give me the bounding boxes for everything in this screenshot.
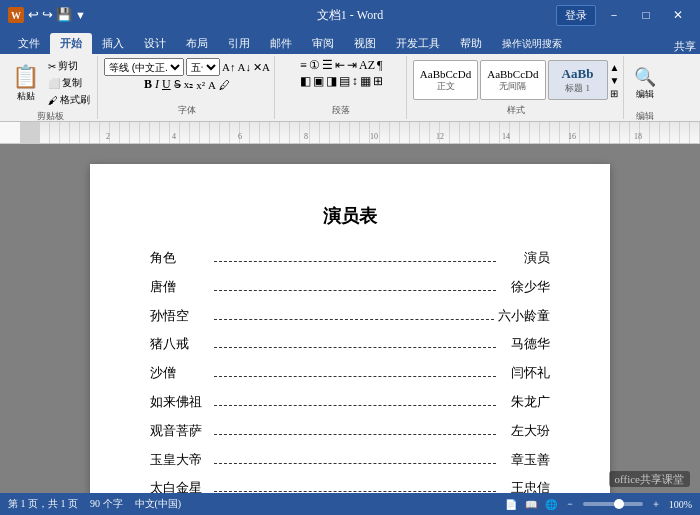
multilevel-list-button[interactable]: ☰ (322, 58, 333, 73)
copy-button[interactable]: ⬜复制 (45, 75, 93, 91)
style-no-spacing-label: 无间隔 (487, 80, 538, 93)
clear-format-button[interactable]: ✕A (253, 61, 270, 74)
tab-home[interactable]: 开始 (50, 33, 92, 54)
zoom-in-button[interactable]: ＋ (651, 497, 661, 511)
style-no-spacing[interactable]: AaBbCcDd 无间隔 (480, 60, 545, 100)
ribbon-group-paragraph: ≡ ① ☰ ⇤ ⇥ AZ ¶ ◧ ▣ ◨ ▤ ↕ ▦ ⊞ 段落 (277, 56, 407, 119)
justify-button[interactable]: ▤ (339, 74, 350, 89)
minimize-button[interactable]: － (600, 5, 628, 25)
font-family-select[interactable]: 等线 (中文正... (104, 58, 184, 76)
style-no-spacing-preview: AaBbCcDd (487, 68, 538, 80)
grow-font-button[interactable]: A↑ (222, 61, 235, 73)
italic-button[interactable]: I (155, 77, 159, 92)
tab-developer[interactable]: 开发工具 (386, 33, 450, 54)
paste-button[interactable]: 📋 (12, 64, 39, 90)
language-indicator: 中文(中国) (135, 497, 182, 511)
font-size-select[interactable]: 五号 (186, 58, 220, 76)
tab-help[interactable]: 帮助 (450, 33, 492, 54)
cast-header-row: 角色 演员 (150, 248, 550, 269)
style-normal-label: 正文 (420, 80, 471, 93)
tab-references[interactable]: 引用 (218, 33, 260, 54)
align-center-button[interactable]: ▣ (313, 74, 324, 89)
customize-icon[interactable]: ▼ (75, 9, 86, 21)
status-left: 第 1 页，共 1 页 90 个字 中文(中国) (8, 497, 181, 511)
tab-mailings[interactable]: 邮件 (260, 33, 302, 54)
line-spacing-button[interactable]: ↕ (352, 74, 358, 89)
borders-button[interactable]: ⊞ (373, 74, 383, 89)
tab-layout[interactable]: 布局 (176, 33, 218, 54)
style-normal-preview: AaBbCcDd (420, 68, 471, 80)
increase-indent-button[interactable]: ⇥ (347, 58, 357, 73)
title-bar-left: W ↩ ↪ 💾 ▼ (8, 7, 86, 23)
superscript-button[interactable]: x² (196, 79, 205, 91)
list-item: 太白金星 王忠信 (150, 478, 550, 493)
document-page[interactable]: 演员表 角色 演员 唐僧 徐少华 孙悟空 六小龄童 猪八戒 马德华 沙僧 闫怀礼 (90, 164, 610, 493)
tab-review[interactable]: 审阅 (302, 33, 344, 54)
view-mode-read[interactable]: 📖 (525, 499, 537, 510)
align-right-button[interactable]: ◨ (326, 74, 337, 89)
underline-button[interactable]: U (162, 77, 171, 92)
font-top-row: 等线 (中文正... 五号 A↑ A↓ ✕A (104, 58, 270, 76)
paragraph-top-row: ≡ ① ☰ ⇤ ⇥ AZ ¶ (300, 58, 382, 73)
title-bar-right: 登录 － □ ✕ (556, 5, 692, 26)
strikethrough-button[interactable]: S̶ (174, 78, 181, 91)
styles-up-button[interactable]: ▲ (610, 62, 620, 73)
document-title: 演员表 (150, 204, 550, 228)
login-button[interactable]: 登录 (556, 5, 596, 26)
style-normal[interactable]: AaBbCcDd 正文 (413, 60, 478, 100)
paragraph-controls: ≡ ① ☰ ⇤ ⇥ AZ ¶ ◧ ▣ ◨ ▤ ↕ ▦ ⊞ (281, 58, 402, 102)
ribbon-group-edit: 🔍 编辑 编辑 (626, 56, 664, 119)
view-mode-print[interactable]: 📄 (505, 499, 517, 510)
ribbon-toolbar: 📋 粘贴 ✂剪切 ⬜复制 🖌格式刷 剪贴板 等线 (中文正... 五号 A↑ A… (0, 54, 700, 122)
maximize-button[interactable]: □ (632, 5, 660, 25)
tab-design[interactable]: 设计 (134, 33, 176, 54)
zoom-thumb (614, 499, 624, 509)
ruler: 2 4 6 8 10 12 14 16 18 (0, 122, 700, 144)
styles-down-button[interactable]: ▼ (610, 75, 620, 86)
list-item: 孙悟空 六小龄童 (150, 306, 550, 327)
font-color-button[interactable]: A (208, 79, 216, 91)
ribbon-tab-bar: 文件 开始 插入 设计 布局 引用 邮件 审阅 视图 开发工具 帮助 操作说明搜… (0, 30, 700, 54)
undo-icon[interactable]: ↩ (28, 7, 39, 23)
window-title: 文档1 - Word (317, 7, 383, 24)
clipboard-buttons: 📋 粘贴 ✂剪切 ⬜复制 🖌格式刷 (8, 58, 93, 108)
zoom-slider[interactable] (583, 502, 643, 506)
font-bottom-row: B I U S̶ x₂ x² A 🖊 (144, 77, 230, 92)
find-button[interactable]: 🔍 编辑 (630, 58, 660, 108)
align-left-button[interactable]: ◧ (300, 74, 311, 89)
shrink-font-button[interactable]: A↓ (237, 61, 250, 73)
quick-access-toolbar: ↩ ↪ 💾 ▼ (28, 7, 86, 23)
tab-file[interactable]: 文件 (8, 33, 50, 54)
decrease-indent-button[interactable]: ⇤ (335, 58, 345, 73)
styles-label: 样式 (413, 102, 620, 117)
shading-button[interactable]: ▦ (360, 74, 371, 89)
bold-button[interactable]: B (144, 77, 152, 92)
close-button[interactable]: ✕ (664, 5, 692, 25)
page-count: 第 1 页，共 1 页 (8, 497, 78, 511)
numbering-button[interactable]: ① (309, 58, 320, 73)
highlight-button[interactable]: 🖊 (219, 79, 230, 91)
redo-icon[interactable]: ↪ (42, 7, 53, 23)
document-area: 演员表 角色 演员 唐僧 徐少华 孙悟空 六小龄童 猪八戒 马德华 沙僧 闫怀礼 (0, 144, 700, 493)
cut-button[interactable]: ✂剪切 (45, 58, 93, 74)
title-bar: W ↩ ↪ 💾 ▼ 文档1 - Word 登录 － □ ✕ (0, 0, 700, 30)
styles-more-button[interactable]: ⊞ (610, 88, 620, 99)
ribbon-group-font: 等线 (中文正... 五号 A↑ A↓ ✕A B I U S̶ x₂ x² A … (100, 56, 275, 119)
bullets-button[interactable]: ≡ (300, 58, 307, 73)
sort-button[interactable]: AZ (359, 58, 375, 73)
view-mode-web[interactable]: 🌐 (545, 499, 557, 510)
show-paragraph-button[interactable]: ¶ (377, 58, 382, 73)
ribbon-group-styles: AaBbCcDd 正文 AaBbCcDd 无间隔 AaBb 标题 1 ▲ ▼ (409, 56, 625, 119)
subscript-button[interactable]: x₂ (184, 78, 194, 91)
style-heading1[interactable]: AaBb 标题 1 (548, 60, 608, 100)
tab-view[interactable]: 视图 (344, 33, 386, 54)
tab-insert[interactable]: 插入 (92, 33, 134, 54)
share-button[interactable]: 共享 (674, 39, 700, 54)
zoom-out-button[interactable]: － (565, 497, 575, 511)
list-item: 唐僧 徐少华 (150, 277, 550, 298)
list-item: 观音菩萨 左大玢 (150, 421, 550, 442)
format-painter-button[interactable]: 🖌格式刷 (45, 92, 93, 108)
tab-search[interactable]: 操作说明搜索 (492, 34, 572, 54)
list-item: 沙僧 闫怀礼 (150, 363, 550, 384)
save-icon[interactable]: 💾 (56, 7, 72, 23)
